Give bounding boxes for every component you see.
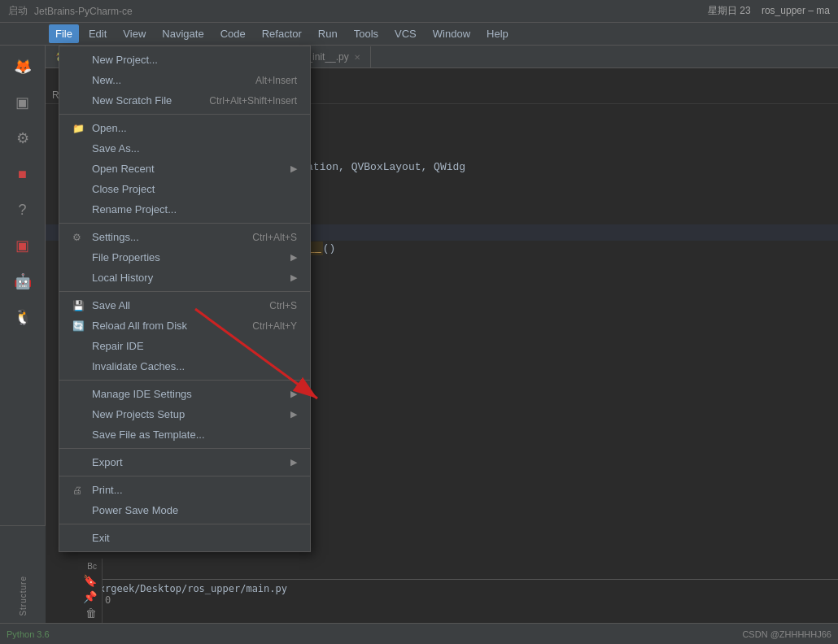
- top-bar-right: 星期日 23 ros_upper – ma: [708, 4, 830, 18]
- menu-exit[interactable]: Exit: [59, 528, 310, 548]
- project-label: ros_upper – ma: [762, 5, 830, 16]
- sidebar-icon-terminal[interactable]: ▣: [8, 88, 37, 117]
- terminal-line2: xit code 0: [52, 594, 831, 606]
- separator-4: [59, 380, 310, 381]
- sidebar-icon-firefox[interactable]: 🦊: [8, 52, 37, 81]
- separator-2: [59, 223, 310, 224]
- file-properties-arrow: ▶: [290, 252, 297, 263]
- startup-label: 启动: [8, 4, 28, 18]
- watermark: CSDN @ZHHHHHJ66: [742, 629, 831, 639]
- menu-print[interactable]: 🖨 Print...: [59, 480, 310, 500]
- file-dropdown-menu: New Project... New... Alt+Insert New Scr…: [59, 46, 311, 552]
- app-name: JetBrains-PyCharm-ce: [34, 6, 133, 17]
- separator-5: [59, 448, 310, 449]
- terminal-bar: 3 /home/xrgeek/Desktop/ros_upper/main.py…: [46, 579, 838, 623]
- menu-bar: File Edit View Navigate Code Refactor Ru…: [0, 23, 838, 46]
- date-label: 星期日 23: [708, 5, 751, 16]
- new-projects-arrow: ▶: [290, 409, 297, 420]
- menu-save-template[interactable]: Save File as Template...: [59, 424, 310, 445]
- separator-1: [59, 114, 310, 115]
- menu-navigate[interactable]: Navigate: [155, 24, 210, 43]
- local-history-arrow: ▶: [290, 272, 297, 283]
- menu-file-properties[interactable]: File Properties ▶: [59, 247, 310, 268]
- menu-reload-all[interactable]: 🔄 Reload All from Disk Ctrl+Alt+Y: [59, 315, 310, 336]
- menu-vcs[interactable]: VCS: [388, 24, 423, 43]
- bookmark-area: Bc 🔖 📌 🗑: [46, 559, 103, 623]
- separator-3: [59, 291, 310, 292]
- menu-run[interactable]: Run: [312, 24, 344, 43]
- sidebar-icon-android[interactable]: 🤖: [8, 267, 37, 296]
- settings-icon: ⚙: [72, 232, 85, 243]
- menu-rename-project[interactable]: Rename Project...: [59, 199, 310, 220]
- sidebar-icon-settings[interactable]: ⚙: [8, 124, 37, 153]
- menu-file[interactable]: File: [49, 24, 79, 43]
- bottom-left: Python 3.6: [7, 629, 50, 639]
- sidebar-icon-question[interactable]: ?: [8, 195, 37, 224]
- menu-tools[interactable]: Tools: [347, 24, 385, 43]
- terminal-line1: 3 /home/xrgeek/Desktop/ros_upper/main.py: [52, 583, 831, 594]
- reload-icon: 🔄: [72, 320, 85, 332]
- menu-refactor[interactable]: Refactor: [255, 24, 308, 43]
- menu-invalidate-caches[interactable]: Invalidate Caches...: [59, 356, 310, 376]
- top-bar: 启动 JetBrains-PyCharm-ce 星期日 23 ros_upper…: [0, 0, 838, 23]
- print-icon: 🖨: [72, 485, 85, 496]
- menu-new-projects-setup[interactable]: New Projects Setup ▶: [59, 404, 310, 424]
- menu-save-all[interactable]: 💾 Save All Ctrl+S: [59, 295, 310, 315]
- menu-new[interactable]: New... Alt+Insert: [59, 70, 310, 90]
- menu-new-scratch[interactable]: New Scratch File Ctrl+Alt+Shift+Insert: [59, 90, 310, 111]
- recent-arrow: ▶: [290, 163, 297, 174]
- menu-code[interactable]: Code: [214, 24, 252, 43]
- menu-save-as[interactable]: Save As...: [59, 138, 310, 159]
- menu-window[interactable]: Window: [426, 24, 477, 43]
- menu-manage-ide[interactable]: Manage IDE Settings ▶: [59, 384, 310, 404]
- save-all-icon: 💾: [72, 300, 85, 311]
- menu-edit[interactable]: Edit: [82, 24, 113, 43]
- menu-close-project[interactable]: Close Project: [59, 179, 310, 199]
- sidebar-icon-pycharm[interactable]: ■: [8, 159, 37, 189]
- separator-6: [59, 476, 310, 476]
- tab-close-init[interactable]: ✕: [354, 53, 360, 62]
- separator-7: [59, 524, 310, 524]
- menu-power-save[interactable]: Power Save Mode: [59, 500, 310, 520]
- menu-view[interactable]: View: [116, 24, 152, 43]
- open-folder-icon: 📁: [72, 123, 85, 134]
- sidebar-icon-mascot[interactable]: 🐧: [8, 302, 37, 332]
- bottom-bar: Python 3.6 CSDN @ZHHHHHJ66: [0, 623, 838, 644]
- menu-help[interactable]: Help: [480, 24, 515, 43]
- menu-new-project[interactable]: New Project...: [59, 50, 310, 70]
- top-bar-left: 启动 JetBrains-PyCharm-ce: [8, 4, 133, 18]
- menu-open-recent[interactable]: Open Recent ▶: [59, 159, 310, 179]
- export-arrow: ▶: [290, 457, 297, 468]
- menu-settings[interactable]: ⚙ Settings... Ctrl+Alt+S: [59, 227, 310, 247]
- menu-repair-ide[interactable]: Repair IDE: [59, 336, 310, 356]
- menu-export[interactable]: Export ▶: [59, 452, 310, 472]
- menu-local-history[interactable]: Local History ▶: [59, 268, 310, 288]
- menu-open[interactable]: 📁 Open...: [59, 118, 310, 138]
- sidebar-icon-app[interactable]: ▣: [8, 231, 37, 260]
- manage-ide-arrow: ▶: [290, 389, 297, 399]
- structure-panel: Structure: [0, 525, 46, 623]
- structure-label: Structure: [19, 576, 28, 616]
